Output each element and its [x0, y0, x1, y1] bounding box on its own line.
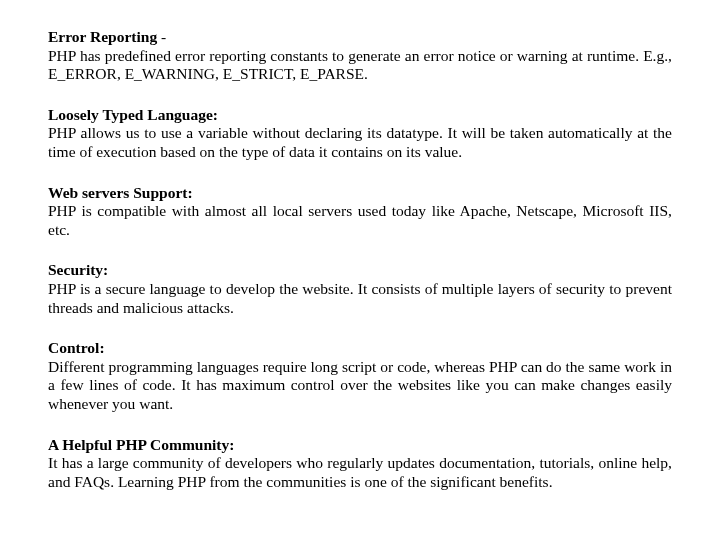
- heading: Web servers Support:: [48, 184, 193, 201]
- heading: Security:: [48, 261, 108, 278]
- heading: A Helpful PHP Community:: [48, 436, 234, 453]
- section-web-servers: Web servers Support: PHP is compatible w…: [48, 184, 672, 240]
- body-text: PHP allows us to use a variable without …: [48, 124, 672, 161]
- body-text: Different programming languages require …: [48, 358, 672, 414]
- heading: Error Reporting: [48, 28, 157, 45]
- section-control: Control: Different programming languages…: [48, 339, 672, 413]
- section-security: Security: PHP is a secure language to de…: [48, 261, 672, 317]
- body-text: PHP is a secure language to develop the …: [48, 280, 672, 317]
- section-error-reporting: Error Reporting - PHP has predefined err…: [48, 28, 672, 84]
- section-community: A Helpful PHP Community: It has a large …: [48, 436, 672, 492]
- heading-sep: -: [157, 28, 166, 45]
- body-text: PHP is compatible with almost all local …: [48, 202, 672, 239]
- heading: Control:: [48, 339, 105, 356]
- body-text: It has a large community of developers w…: [48, 454, 672, 491]
- section-loosely-typed: Loosely Typed Language: PHP allows us to…: [48, 106, 672, 162]
- heading: Loosely Typed Language:: [48, 106, 218, 123]
- body-text: PHP has predefined error reporting const…: [48, 47, 672, 84]
